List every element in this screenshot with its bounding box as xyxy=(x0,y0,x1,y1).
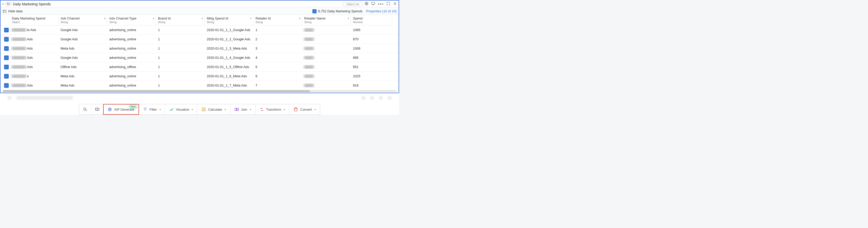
cell-adv-channel: Google Ads xyxy=(59,56,107,60)
column-header[interactable]: Brand IdString▾ xyxy=(156,15,205,25)
cell-retailer-name: ████ xyxy=(302,56,351,60)
data-row-icon xyxy=(4,74,9,79)
table-row[interactable]: ██████AdsOffline Adsadvertising_offline1… xyxy=(1,62,399,72)
convert-button[interactable]: Convert ▾ xyxy=(289,104,320,115)
join-label: Join xyxy=(241,108,247,111)
transform-button[interactable]: Transform ▾ xyxy=(255,104,289,115)
row-count: 8,752 Daily Marketing Spends xyxy=(312,9,363,13)
cell-adv-channel: Meta Ads xyxy=(59,83,107,87)
horizontal-scrollbar[interactable] xyxy=(3,90,397,92)
variable-badge: $A xyxy=(6,2,11,6)
cell-brand-id: 1 xyxy=(156,65,205,69)
drag-handle-icon[interactable] xyxy=(2,3,5,5)
object-cell: ██████s xyxy=(10,74,59,78)
cell-adv-channel-type: advertising_online xyxy=(107,74,156,78)
cell-brand-id: 1 xyxy=(156,74,205,78)
column-type: String xyxy=(61,21,105,24)
gear-icon[interactable] xyxy=(365,2,369,6)
data-row-icon xyxy=(4,83,9,88)
object-cell: ██████Ads xyxy=(10,56,59,60)
redacted-text: ████ xyxy=(304,74,314,78)
expand-icon[interactable] xyxy=(386,2,391,6)
cell-spend: 951 xyxy=(351,65,392,69)
cell-adv-channel-type: advertising_online xyxy=(107,47,156,50)
redacted-text: ██████ xyxy=(12,47,26,50)
hide-data-button[interactable]: Hide data xyxy=(3,9,23,13)
join-button[interactable]: Join ▾ xyxy=(230,104,255,115)
aip-generate-button[interactable]: AIP Generate New xyxy=(103,104,139,115)
chevron-down-icon: ▾ xyxy=(250,108,251,111)
cell-brand-id: 1 xyxy=(156,56,205,60)
chevron-down-icon[interactable]: ▾ xyxy=(250,17,252,20)
properties-link[interactable]: Properties (10 of 10) xyxy=(366,9,397,13)
cell-retailer-name: ████ xyxy=(302,83,351,87)
cell-mktg-spend-id: 2020-01-01_1_7_Meta Ads xyxy=(205,83,253,87)
object-suffix: Ads xyxy=(27,37,33,41)
chevron-down-icon: ▾ xyxy=(284,108,285,111)
chevron-down-icon[interactable]: ▾ xyxy=(104,17,105,20)
row-icon-cell xyxy=(1,28,10,32)
chevron-down-icon[interactable]: ▾ xyxy=(153,17,154,20)
column-header[interactable]: Mktg Spend IdString▾ xyxy=(205,15,253,25)
redacted-text: ████ xyxy=(304,28,314,32)
row-icon-cell xyxy=(1,55,10,60)
cell-adv-channel-type: advertising_offline xyxy=(107,65,156,69)
table-row[interactable]: ██████AdsGoogle Adsadvertising_online120… xyxy=(1,53,399,62)
cell-retailer-id: 7 xyxy=(253,83,302,87)
column-type: Object xyxy=(12,21,56,24)
table-row[interactable]: ██████le AdsGoogle Adsadvertising_online… xyxy=(1,25,399,35)
column-header[interactable]: Daily Marketing SpendObject xyxy=(10,15,59,25)
table-row[interactable]: ██████sMeta Adsadvertising_online12020-0… xyxy=(1,72,399,81)
column-header[interactable]: Adv ChannelString▾ xyxy=(59,15,107,25)
table-row[interactable]: ██████AdsMeta Adsadvertising_online12020… xyxy=(1,44,399,53)
search-button[interactable] xyxy=(79,104,91,115)
row-icon-cell xyxy=(1,83,10,88)
chevron-down-icon: ▾ xyxy=(225,108,226,111)
data-row-icon xyxy=(4,55,9,60)
table-row[interactable]: ██████AdsGoogle Adsadvertising_online120… xyxy=(1,35,399,44)
cell-retailer-id: 1 xyxy=(253,28,302,32)
chevron-down-icon: ▾ xyxy=(192,108,193,111)
cell-retailer-name: ████ xyxy=(302,74,351,78)
more-icon[interactable]: ••• xyxy=(378,3,384,5)
visualize-label: Visualize xyxy=(176,108,189,111)
data-row-icon xyxy=(4,37,9,41)
column-name: Mktg Spend Id xyxy=(207,17,251,20)
chevron-down-icon[interactable]: ▾ xyxy=(202,17,203,20)
svg-point-3 xyxy=(84,108,86,110)
visualize-button[interactable]: Visualize ▾ xyxy=(165,104,197,115)
column-type: String xyxy=(109,21,154,24)
redacted-text: ████ xyxy=(304,65,314,69)
column-type: Number xyxy=(353,21,390,24)
row-count-label: 8,752 Daily Marketing Spends xyxy=(318,9,363,13)
action-toolbar: AIP Generate New Filter ▾ Visualize ▾ Ca… xyxy=(79,104,320,115)
redacted-text: ██████ xyxy=(12,65,26,69)
object-cell: ██████Ads xyxy=(10,65,59,69)
cell-adv-channel-type: advertising_online xyxy=(107,56,156,60)
redacted-text: ██████ xyxy=(12,83,26,87)
transform-label: Transform xyxy=(266,108,281,111)
present-icon[interactable] xyxy=(371,2,375,6)
object-suffix: Ads xyxy=(27,83,33,87)
cell-retailer-id: 2 xyxy=(253,37,302,41)
column-header[interactable]: Retailer NameString▾ xyxy=(302,15,351,25)
object-set-button[interactable]: Object set xyxy=(343,2,363,6)
close-icon[interactable] xyxy=(393,2,397,6)
column-header[interactable]: SpendNumber xyxy=(351,15,392,25)
filter-button[interactable]: Filter ▾ xyxy=(139,104,165,115)
calculate-button[interactable]: Calculate ▾ xyxy=(197,104,230,115)
redacted-text: ████ xyxy=(304,83,314,87)
chevron-down-icon[interactable]: ▾ xyxy=(348,17,349,20)
redacted-text: ████ xyxy=(304,37,314,41)
svg-rect-1 xyxy=(372,2,375,4)
convert-label: Convert xyxy=(300,108,312,111)
column-header[interactable]: Retailer IdString▾ xyxy=(253,15,302,25)
data-row-icon xyxy=(4,46,9,51)
column-header[interactable]: Adv Channel TypeString▾ xyxy=(107,15,156,25)
book-button[interactable] xyxy=(91,104,103,115)
row-icon-cell xyxy=(1,74,10,79)
table-row[interactable]: ██████AdsMeta Adsadvertising_online12020… xyxy=(1,81,399,90)
chevron-down-icon[interactable]: ▾ xyxy=(299,17,300,20)
column-name: Daily Marketing Spend xyxy=(12,17,56,20)
data-row-icon xyxy=(4,28,9,32)
